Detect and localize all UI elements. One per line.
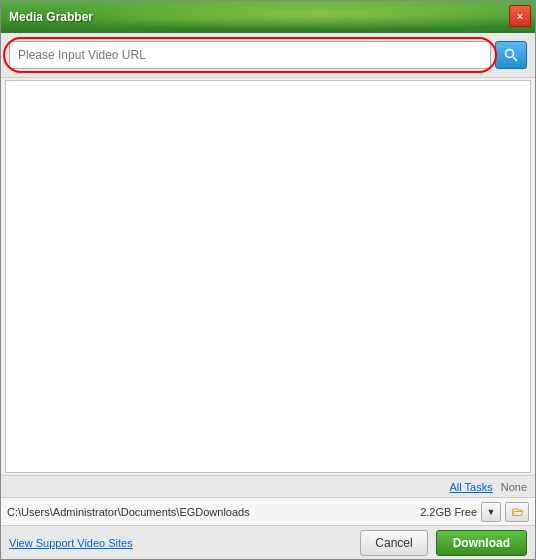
all-tasks-link[interactable]: All Tasks xyxy=(450,481,493,493)
url-input[interactable] xyxy=(9,41,491,69)
title-bar: Media Grabber × xyxy=(1,1,535,33)
svg-line-1 xyxy=(513,57,517,61)
app-title: Media Grabber xyxy=(9,10,93,24)
search-area xyxy=(1,33,535,78)
url-input-wrapper xyxy=(9,41,491,69)
cancel-button[interactable]: Cancel xyxy=(360,530,427,556)
folder-icon: 🗁 xyxy=(511,504,524,519)
action-bar: View Support Video Sites Cancel Download xyxy=(1,525,535,559)
browse-folder-button[interactable]: 🗁 xyxy=(505,502,529,522)
path-bar: C:\Users\Administrator\Documents\EGDownl… xyxy=(1,497,535,525)
support-link[interactable]: View Support Video Sites xyxy=(9,537,352,549)
search-button[interactable] xyxy=(495,41,527,69)
download-button[interactable]: Download xyxy=(436,530,527,556)
svg-point-0 xyxy=(506,50,514,58)
free-space-label: 2.2GB Free xyxy=(420,506,477,518)
path-dropdown-button[interactable]: ▼ xyxy=(481,502,501,522)
download-path: C:\Users\Administrator\Documents\EGDownl… xyxy=(7,506,416,518)
app-window: Media Grabber × All Tasks None C:\Users\… xyxy=(0,0,536,560)
none-label: None xyxy=(501,481,527,493)
search-icon xyxy=(504,48,518,62)
task-bar: All Tasks None xyxy=(1,475,535,497)
main-content-area xyxy=(5,80,531,473)
dropdown-arrow-icon: ▼ xyxy=(487,507,496,517)
close-button[interactable]: × xyxy=(509,5,531,27)
